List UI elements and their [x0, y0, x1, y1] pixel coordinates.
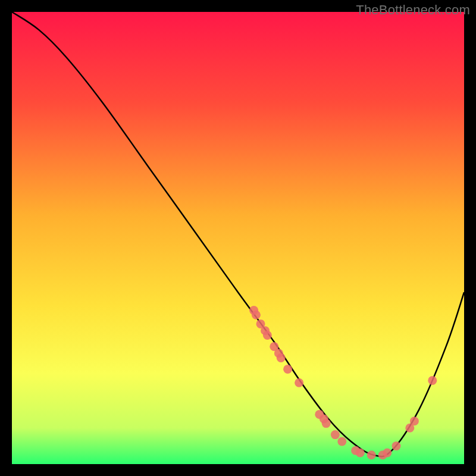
data-point	[295, 378, 303, 387]
data-point	[252, 311, 261, 320]
data-point	[410, 416, 419, 425]
data-point	[322, 419, 331, 428]
data-point	[263, 331, 272, 340]
data-point	[337, 437, 346, 446]
chart-background	[12, 12, 464, 464]
data-point	[356, 449, 365, 458]
data-point	[392, 441, 401, 450]
data-point	[331, 430, 340, 439]
bottleneck-chart	[12, 12, 464, 464]
data-point	[277, 353, 286, 362]
data-point	[367, 450, 376, 459]
data-point	[428, 376, 437, 385]
attribution-label: TheBottleneck.com	[356, 2, 470, 18]
chart-stage: TheBottleneck.com	[0, 0, 476, 476]
data-point	[383, 449, 392, 458]
data-point	[283, 365, 292, 374]
